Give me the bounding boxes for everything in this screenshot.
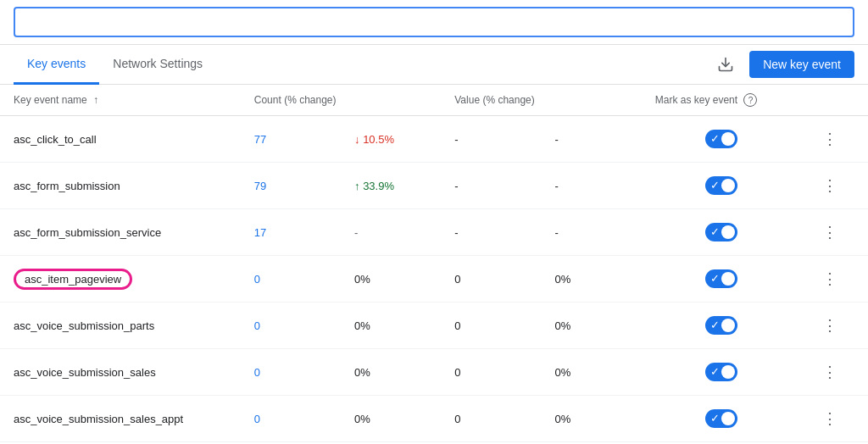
table-row: asc_form_submission 79 ↑ 33.9% - - ✓ ⋮ — [0, 163, 868, 209]
table-row: asc_form_submission_service 17 - - - ✓ ⋮ — [0, 209, 868, 256]
count-change-neutral: 0% — [354, 413, 370, 425]
more-menu-button[interactable]: ⋮ — [815, 406, 844, 431]
sort-icon: ↑ — [93, 94, 98, 106]
value-change-cell: - — [541, 209, 641, 256]
new-key-event-button[interactable]: New key event — [749, 51, 854, 78]
event-name-cell: asc_item_pageview — [0, 256, 241, 302]
count-change-dash: - — [354, 226, 358, 239]
tab-key-events[interactable]: Key events — [14, 45, 99, 85]
more-menu-button[interactable]: ⋮ — [815, 313, 844, 338]
count-link[interactable]: 77 — [254, 133, 266, 146]
value-change-cell: 0% — [541, 256, 641, 302]
count-link[interactable]: 0 — [254, 273, 260, 286]
event-name-cell: asc_form_submission — [0, 163, 241, 209]
value-change-cell: - — [541, 116, 641, 163]
value-cell: - — [441, 116, 541, 163]
count-link[interactable]: 0 — [254, 366, 260, 379]
count-cell: 77 — [241, 116, 341, 163]
count-change-cell: ↑ 33.9% — [341, 163, 441, 209]
value-text: 0 — [454, 366, 460, 379]
top-bar — [0, 0, 868, 45]
value-change-text: - — [554, 226, 558, 239]
key-event-toggle[interactable]: ✓ — [705, 223, 737, 241]
search-bar[interactable] — [14, 7, 854, 37]
more-actions-cell: ⋮ — [802, 116, 868, 163]
toggle-container: ✓ — [655, 176, 788, 195]
value-text: 0 — [454, 319, 460, 332]
toggle-check-icon: ✓ — [710, 413, 720, 424]
toggle-cell: ✓ — [642, 302, 802, 349]
toggle-check-icon: ✓ — [710, 366, 720, 377]
event-name: asc_voice_submission_sales — [14, 366, 156, 379]
key-event-toggle[interactable]: ✓ — [705, 130, 737, 148]
value-change-cell: - — [541, 163, 641, 209]
value-text: 0 — [454, 273, 460, 286]
key-event-toggle[interactable]: ✓ — [705, 409, 737, 428]
toggle-cell: ✓ — [642, 116, 802, 163]
count-change-cell: - — [341, 209, 441, 256]
more-actions-cell: ⋮ — [802, 349, 868, 396]
tabs-bar: Key events Network Settings New key even… — [0, 45, 868, 85]
more-menu-button[interactable]: ⋮ — [815, 173, 844, 198]
toggle-cell: ✓ — [642, 209, 802, 256]
value-cell: 0 — [441, 349, 541, 396]
count-change-cell: 0% — [341, 302, 441, 349]
col-header-actions — [802, 85, 868, 116]
value-cell: - — [441, 209, 541, 256]
table-row: asc_item_pageview 0 0% 0 0% ✓ ⋮ — [0, 256, 868, 302]
tab-network-settings[interactable]: Network Settings — [99, 45, 216, 85]
event-name-cell: asc_voice_submission_parts — [0, 302, 241, 349]
count-link[interactable]: 17 — [254, 226, 266, 239]
key-event-toggle[interactable]: ✓ — [705, 363, 737, 381]
value-change-text: 0% — [554, 413, 570, 425]
table-container: Key event name ↑ Count (% change) Value … — [0, 85, 868, 444]
tabs-actions: New key event — [712, 51, 854, 78]
table-row: asc_voice_submission_sales 0 0% 0 0% ✓ ⋮ — [0, 349, 868, 396]
toggle-cell: ✓ — [642, 349, 802, 396]
more-actions-cell: ⋮ — [802, 396, 868, 442]
count-change-neutral: 0% — [354, 273, 370, 286]
count-change-cell: 0% — [341, 349, 441, 396]
more-menu-button[interactable]: ⋮ — [815, 266, 844, 291]
more-menu-button[interactable]: ⋮ — [815, 219, 844, 245]
download-button[interactable] — [712, 51, 739, 78]
event-name: asc_click_to_call — [14, 133, 97, 146]
count-change-neutral: 0% — [354, 319, 370, 332]
table-row: asc_voice_submission_sales_appt 0 0% 0 0… — [0, 396, 868, 442]
col-header-name: Key event name ↑ — [0, 85, 241, 116]
toggle-cell: ✓ — [642, 163, 802, 209]
toggle-container: ✓ — [655, 269, 788, 288]
table-row: asc_voice_submission_parts 0 0% 0 0% ✓ ⋮ — [0, 302, 868, 349]
value-text: 0 — [454, 413, 460, 425]
more-menu-button[interactable]: ⋮ — [815, 126, 844, 152]
key-event-toggle[interactable]: ✓ — [705, 269, 737, 288]
count-cell: 0 — [241, 396, 341, 442]
value-change-cell: 0% — [541, 349, 641, 396]
col-header-value: Value (% change) — [441, 85, 641, 116]
toggle-container: ✓ — [655, 363, 788, 381]
key-event-toggle[interactable]: ✓ — [705, 176, 737, 195]
event-name-highlighted: asc_item_pageview — [14, 269, 132, 290]
event-name: asc_form_submission — [14, 180, 120, 192]
count-change-cell: 0% — [341, 396, 441, 442]
more-actions-cell: ⋮ — [802, 256, 868, 302]
count-cell: 17 — [241, 209, 341, 256]
count-link[interactable]: 0 — [254, 413, 260, 425]
value-cell: 0 — [441, 256, 541, 302]
count-cell: 79 — [241, 163, 341, 209]
toggle-cell: ✓ — [642, 256, 802, 302]
more-menu-button[interactable]: ⋮ — [815, 359, 844, 385]
count-link[interactable]: 79 — [254, 180, 266, 192]
count-cell: 0 — [241, 349, 341, 396]
event-name-cell: asc_voice_submission_sales — [0, 349, 241, 396]
download-icon — [717, 56, 734, 73]
toggle-check-icon: ✓ — [710, 133, 720, 144]
toggle-container: ✓ — [655, 130, 788, 148]
key-event-toggle[interactable]: ✓ — [705, 316, 737, 335]
count-link[interactable]: 0 — [254, 319, 260, 332]
help-icon[interactable]: ? — [743, 93, 757, 107]
col-header-count: Count (% change) — [241, 85, 441, 116]
count-change-down: ↓ 10.5% — [354, 133, 394, 146]
event-name-cell: asc_voice_submission_sales_appt — [0, 396, 241, 442]
more-actions-cell: ⋮ — [802, 209, 868, 256]
